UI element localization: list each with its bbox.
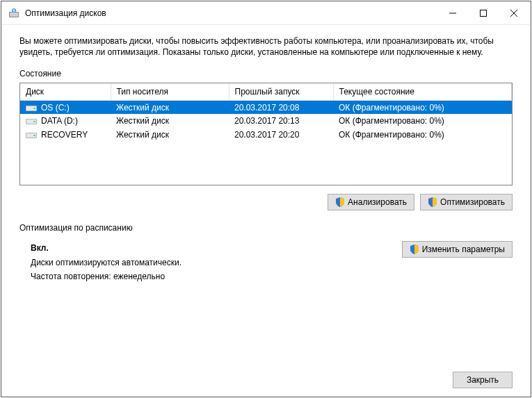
drives-table: Диск Тип носителя Прошлый запуск Текущее…: [20, 83, 512, 142]
drive-name: OS (C:): [41, 103, 70, 113]
drive-current: ОК (Фрагментировано: 0%): [333, 128, 512, 142]
col-media[interactable]: Тип носителя: [111, 83, 229, 100]
schedule-info: Вкл. Диски оптимизируются автоматически.…: [19, 237, 182, 283]
optimize-button[interactable]: Оптимизировать: [420, 194, 513, 210]
col-last-run[interactable]: Прошлый запуск: [229, 83, 333, 100]
action-buttons: Анализировать Оптимизировать: [19, 194, 513, 210]
table-header-row: Диск Тип носителя Прошлый запуск Текущее…: [20, 83, 512, 100]
footer: Закрыть: [19, 363, 513, 388]
intro-text: Вы можете оптимизировать диски, чтобы по…: [19, 35, 513, 58]
drive-icon: [26, 103, 37, 112]
drive-name: RECOVERY: [41, 130, 88, 140]
status-section-label: Состояние: [19, 69, 513, 78]
schedule-block: Вкл. Диски оптимизируются автоматически.…: [19, 237, 513, 283]
svg-rect-9: [33, 108, 35, 109]
schedule-section-label: Оптимизация по расписанию: [19, 223, 513, 233]
analyze-label: Анализировать: [348, 197, 407, 207]
titlebar: Оптимизация дисков: [1, 1, 531, 25]
drive-media: Жесткий диск: [111, 100, 229, 114]
drive-media: Жесткий диск: [111, 114, 229, 128]
maximize-icon: [480, 10, 487, 17]
drive-current: ОК (Фрагментировано: 0%): [333, 100, 512, 114]
change-settings-label: Изменить параметры: [422, 244, 505, 254]
table-row[interactable]: RECOVERYЖесткий диск20.03.2017 20:20ОК (…: [20, 128, 512, 142]
drive-last-run: 20.03.2017 20:13: [229, 114, 333, 128]
svg-rect-1: [10, 13, 18, 17]
minimize-icon: [449, 10, 456, 17]
table-row[interactable]: OS (C:)Жесткий диск20.03.2017 20:08ОК (Ф…: [20, 100, 512, 114]
window-title: Оптимизация дисков: [25, 8, 437, 18]
drive-last-run: 20.03.2017 20:08: [229, 100, 333, 114]
content-area: Вы можете оптимизировать диски, чтобы по…: [1, 25, 531, 397]
analyze-button[interactable]: Анализировать: [328, 194, 414, 210]
close-button[interactable]: [499, 3, 529, 24]
svg-rect-12: [33, 121, 35, 122]
drive-current: ОК (Фрагментировано: 0%): [333, 114, 512, 128]
window-controls: [437, 3, 529, 24]
schedule-line2: Частота повторения: еженедельно: [31, 270, 182, 283]
minimize-button[interactable]: [437, 3, 468, 24]
col-disk[interactable]: Диск: [20, 83, 111, 100]
svg-rect-4: [481, 10, 487, 16]
change-settings-button[interactable]: Изменить параметры: [402, 241, 513, 258]
schedule-line1: Диски оптимизируются автоматически.: [31, 256, 182, 270]
shield-icon: [410, 244, 419, 254]
app-icon: [8, 8, 19, 19]
col-current[interactable]: Текущее состояние: [333, 83, 512, 100]
close-label: Закрыть: [467, 375, 499, 385]
drive-media: Жесткий диск: [111, 128, 229, 142]
svg-rect-15: [33, 135, 35, 136]
close-dialog-button[interactable]: Закрыть: [453, 372, 513, 388]
shield-icon: [335, 197, 345, 207]
maximize-button[interactable]: [468, 3, 499, 24]
window: Оптимизация дисков Вы можете оптимизиров…: [1, 1, 531, 397]
close-icon: [510, 10, 517, 17]
drive-icon: [26, 117, 37, 125]
schedule-state: Вкл.: [31, 241, 182, 255]
drive-last-run: 20.03.2017 20:20: [229, 128, 333, 142]
shield-icon: [428, 197, 437, 207]
drives-table-container: Диск Тип носителя Прошлый запуск Текущее…: [19, 83, 513, 185]
drive-name: DATA (D:): [41, 116, 78, 126]
optimize-label: Оптимизировать: [440, 197, 505, 207]
drive-icon: [26, 131, 37, 139]
table-row[interactable]: DATA (D:)Жесткий диск20.03.2017 20:13ОК …: [20, 114, 512, 128]
